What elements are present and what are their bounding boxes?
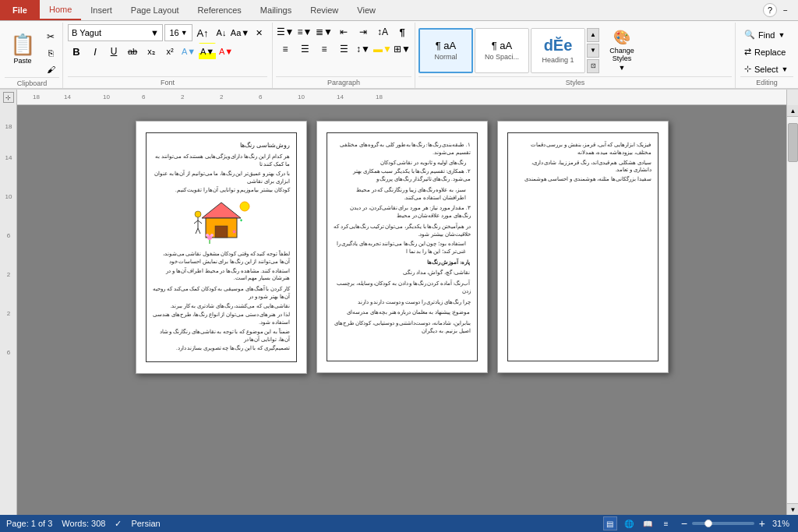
font-name-selector[interactable]: B Yagut▼ — [68, 24, 163, 41]
tab-home[interactable]: Home — [40, 0, 81, 20]
svg-point-32 — [206, 234, 209, 237]
page-3: فیزیک: ابزارهایی که آبی، قرمز، بنفش و بر… — [497, 121, 669, 373]
increase-indent-button[interactable]: ⇥ — [354, 24, 373, 40]
svg-text:2: 2 — [7, 271, 11, 278]
align-right-button[interactable]: ≡ — [315, 41, 334, 57]
svg-text:18: 18 — [33, 93, 40, 100]
ruler-corner: ⊹ — [0, 90, 17, 105]
svg-text:2: 2 — [181, 93, 185, 100]
shading-button[interactable]: ▬▼ — [373, 41, 392, 57]
multilevel-list-button[interactable]: ≣▼ — [315, 24, 334, 40]
line-spacing-button[interactable]: ↕▼ — [354, 41, 373, 57]
justify-button[interactable]: ☰ — [334, 41, 353, 57]
scroll-down-button[interactable]: ▼ — [787, 503, 798, 515]
horizontal-ruler: 18 14 10 6 2 2 6 10 14 18 — [17, 90, 786, 105]
vertical-ruler: 18 14 10 6 2 2 6 — [0, 105, 17, 515]
styles-up-arrow[interactable]: ▲ — [587, 28, 599, 42]
cut-button[interactable]: ✂ — [42, 29, 59, 44]
page-label: Page: 1 of 3 — [6, 519, 52, 528]
align-center-button[interactable]: ☰ — [295, 41, 314, 57]
svg-text:14: 14 — [337, 93, 344, 100]
svg-text:2: 2 — [220, 93, 224, 100]
language-display[interactable]: Persian — [131, 519, 160, 528]
scroll-up-button[interactable]: ▲ — [787, 105, 798, 117]
tab-mailings[interactable]: Mailings — [251, 0, 301, 20]
svg-text:✦: ✦ — [239, 218, 243, 223]
view-web-button[interactable]: 🌐 — [622, 516, 636, 530]
view-outline-button[interactable]: ≡ — [659, 516, 673, 530]
help-icon[interactable]: ? — [763, 3, 777, 17]
zoom-slider[interactable] — [692, 522, 754, 525]
svg-line-26 — [196, 228, 198, 234]
vertical-scrollbar[interactable]: ▲ ▼ — [786, 105, 798, 515]
bold-button[interactable]: B — [68, 43, 85, 60]
highlight-color-button[interactable]: A▼ — [199, 43, 216, 60]
find-button[interactable]: 🔍 Find ▼ — [740, 27, 793, 42]
style-no-spacing[interactable]: ¶ aA No Spaci... — [475, 28, 529, 73]
status-bar: Page: 1 of 3 Words: 308 ✓ Persian ▤ 🌐 📖 … — [0, 515, 798, 532]
increase-font-button[interactable]: A↑ — [194, 24, 211, 41]
borders-button[interactable]: ⊞▼ — [393, 41, 411, 57]
svg-line-27 — [198, 228, 200, 234]
copy-button[interactable]: ⎘ — [42, 45, 59, 61]
svg-text:6: 6 — [259, 93, 263, 100]
strikethrough-button[interactable]: ab — [124, 43, 141, 60]
text-effects-button[interactable]: A▼ — [180, 43, 197, 60]
underline-button[interactable]: U — [105, 43, 122, 60]
svg-point-33 — [210, 234, 214, 237]
paste-button[interactable]: 📋 Paste — [5, 26, 41, 71]
svg-text:14: 14 — [5, 154, 12, 161]
italic-button[interactable]: I — [87, 43, 104, 60]
replace-icon: ⇄ — [744, 47, 751, 57]
font-group: B Yagut▼ 16▼ A↑ A↓ Aa▼ ✕ B I U ab x₂ x² … — [63, 23, 273, 88]
format-painter-button[interactable]: 🖌 — [42, 62, 59, 77]
styles-expand-arrow[interactable]: ⊡ — [587, 59, 599, 73]
font-color-button[interactable]: A▼ — [217, 43, 235, 60]
layout-icon[interactable]: ⊹ — [3, 92, 14, 103]
style-normal[interactable]: ¶ aA Normal — [418, 28, 473, 73]
scroll-track[interactable] — [787, 117, 798, 503]
svg-text:10: 10 — [103, 93, 110, 100]
tab-references[interactable]: References — [189, 0, 251, 20]
styles-scroll[interactable]: ▲ ▼ ⊡ — [587, 28, 599, 73]
styles-down-arrow[interactable]: ▼ — [587, 44, 599, 58]
svg-text:6: 6 — [142, 93, 146, 100]
tab-insert[interactable]: Insert — [81, 0, 122, 20]
align-left-button[interactable]: ≡ — [276, 41, 295, 57]
view-normal-button[interactable]: ▤ — [603, 516, 617, 530]
subscript-button[interactable]: x₂ — [143, 43, 160, 60]
change-case-button[interactable]: Aa▼ — [231, 24, 249, 41]
svg-marker-19 — [202, 203, 241, 218]
decrease-font-button[interactable]: A↓ — [213, 24, 230, 41]
minimize-icon[interactable]: − — [779, 4, 792, 16]
superscript-button[interactable]: x² — [161, 43, 178, 60]
zoom-level[interactable]: 31% — [770, 519, 792, 528]
numbering-button[interactable]: ≡▼ — [295, 24, 314, 40]
sort-button[interactable]: ↕A — [373, 24, 392, 40]
page-2: ۱. طبقه‌بندی رنگ‌ها: رنگ‌ها به‌طور کلی ب… — [316, 121, 488, 373]
style-heading1[interactable]: dĔe Heading 1 — [531, 28, 585, 73]
decrease-indent-button[interactable]: ⇤ — [334, 24, 353, 40]
select-icon: ⊹ — [744, 64, 751, 74]
replace-button[interactable]: ⇄ Replace — [740, 44, 793, 59]
document-area: روش‌شناسی رنگ‌ها هر کدام از این رنگ‌ها د… — [17, 105, 786, 515]
change-styles-button[interactable]: 🎨 Change Styles ▼ — [601, 28, 643, 73]
file-tab[interactable]: File — [0, 0, 40, 20]
tab-page-layout[interactable]: Page Layout — [122, 0, 189, 20]
clear-format-button[interactable]: ✕ — [250, 24, 267, 41]
zoom-in-button[interactable]: + — [759, 517, 765, 530]
tab-view[interactable]: View — [348, 0, 385, 20]
view-reading-button[interactable]: 📖 — [641, 516, 655, 530]
select-button[interactable]: ⊹ Select ▼ — [740, 62, 793, 76]
scroll-thumb[interactable] — [788, 123, 798, 162]
svg-text:18: 18 — [5, 123, 12, 130]
zoom-thumb[interactable] — [704, 520, 712, 527]
paragraph-group: ☰▼ ≡▼ ≣▼ ⇤ ⇥ ↕A ¶ ≡ ☰ ≡ ☰ ↕▼ ▬▼ ⊞▼ Parag… — [273, 23, 415, 88]
font-size-selector[interactable]: 16▼ — [164, 24, 192, 41]
bullets-button[interactable]: ☰▼ — [276, 24, 295, 40]
tab-review[interactable]: Review — [301, 0, 348, 20]
show-formatting-button[interactable]: ¶ — [393, 24, 411, 40]
spell-check-icon[interactable]: ✓ — [115, 519, 122, 529]
svg-text:2: 2 — [7, 310, 11, 317]
zoom-out-button[interactable]: − — [681, 517, 687, 530]
